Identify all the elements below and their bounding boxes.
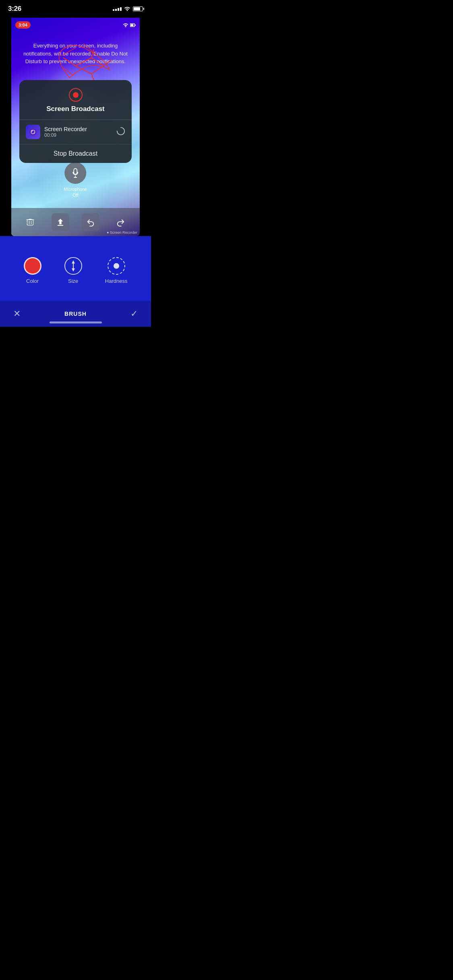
- delete-button[interactable]: [21, 213, 39, 231]
- redo-button[interactable]: [112, 213, 130, 231]
- broadcast-modal: Screen Broadcast Screen Recorder 00:09: [19, 80, 132, 163]
- warning-text: Everything on your screen, including not…: [19, 42, 132, 66]
- trash-icon: [26, 218, 34, 226]
- hardness-option[interactable]: Hardness: [105, 257, 128, 284]
- record-icon: [69, 88, 83, 102]
- undo-button[interactable]: [82, 213, 99, 231]
- size-label: Size: [68, 278, 78, 284]
- stop-broadcast-label: Stop Broadcast: [54, 150, 97, 157]
- modal-title: Screen Broadcast: [46, 105, 105, 113]
- microphone-area[interactable]: MicrophoneOff: [64, 162, 87, 198]
- upload-button[interactable]: [52, 213, 69, 231]
- app-status-bar: 3:04: [11, 18, 140, 32]
- wifi-icon: [124, 6, 130, 12]
- recorder-time: 00:09: [44, 132, 116, 138]
- recorder-row: Screen Recorder 00:09: [19, 120, 132, 144]
- svg-marker-14: [72, 268, 75, 272]
- cancel-button[interactable]: ✕: [10, 307, 24, 321]
- app-toolbar: ● Screen Recorder: [11, 208, 140, 236]
- recorder-info: Screen Recorder 00:09: [44, 126, 116, 138]
- redo-icon: [116, 218, 125, 226]
- brush-title: BRUSH: [64, 311, 87, 317]
- cancel-icon: ✕: [13, 309, 21, 319]
- modal-header: Screen Broadcast: [19, 80, 132, 119]
- hardness-icon: [108, 257, 125, 275]
- size-control-icon: [69, 260, 77, 272]
- confirm-button[interactable]: ✓: [127, 307, 141, 321]
- status-time: 3:26: [8, 5, 21, 13]
- svg-rect-13: [73, 264, 74, 268]
- color-circle: [24, 257, 41, 275]
- svg-point-7: [116, 130, 118, 132]
- svg-point-6: [33, 132, 35, 134]
- svg-point-3: [29, 128, 37, 136]
- color-label: Color: [26, 278, 39, 284]
- svg-point-5: [31, 130, 33, 132]
- confirm-icon: ✓: [130, 309, 138, 319]
- spinner-icon: [116, 127, 125, 138]
- watermark: ● Screen Recorder: [107, 231, 137, 235]
- microphone-button[interactable]: [64, 162, 86, 184]
- microphone-icon: [70, 168, 80, 178]
- app-battery-small: [130, 23, 136, 27]
- hardness-label: Hardness: [105, 278, 128, 284]
- svg-marker-12: [72, 260, 75, 264]
- status-bar: 3:26: [0, 0, 151, 18]
- size-option[interactable]: Size: [64, 257, 82, 284]
- svg-rect-1: [130, 24, 133, 26]
- color-option[interactable]: Color: [24, 257, 41, 284]
- main-content: 3:04 Everything on your screen, includin…: [0, 18, 151, 327]
- record-dot: [73, 92, 79, 98]
- svg-rect-11: [58, 225, 64, 226]
- recording-timer-badge: 3:04: [15, 21, 31, 29]
- svg-rect-2: [135, 24, 136, 26]
- battery-icon: [133, 6, 143, 11]
- hardness-inner-dot: [114, 263, 119, 269]
- recorder-app-logo: [29, 128, 37, 136]
- bottom-toolbar: Color Size Hardness: [0, 236, 151, 327]
- size-icon: [64, 257, 82, 275]
- stop-broadcast-button[interactable]: Stop Broadcast: [19, 144, 132, 163]
- signal-icon: [113, 7, 122, 11]
- home-indicator: [50, 321, 102, 323]
- undo-icon: [86, 218, 95, 226]
- app-status-icons: [123, 23, 136, 27]
- app-screen: 3:04 Everything on your screen, includin…: [11, 18, 140, 236]
- tool-options: Color Size Hardness: [0, 236, 151, 301]
- upload-icon: [56, 218, 65, 226]
- status-icons: [113, 6, 143, 12]
- svg-rect-8: [27, 220, 33, 225]
- microphone-label: MicrophoneOff: [64, 186, 87, 198]
- recorder-name: Screen Recorder: [44, 126, 116, 132]
- recorder-app-icon: [26, 125, 40, 139]
- app-wifi-icon: [123, 23, 128, 27]
